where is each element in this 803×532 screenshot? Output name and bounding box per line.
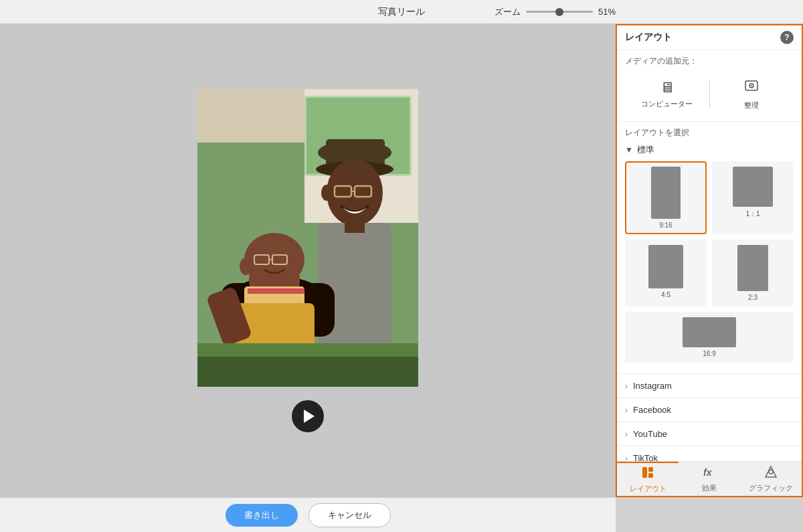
platform-tiktok[interactable]: › TikTok [617, 446, 802, 461]
computer-icon: 🖥 [660, 79, 675, 96]
standard-section: ▼ 標準 9:16 1：1 4:5 [617, 141, 802, 373]
ratio-label-916: 9:16 [659, 221, 672, 229]
layout-grid-wide: 16:9 [625, 312, 794, 363]
zoom-percent: 51% [598, 7, 616, 17]
ratio-label-45: 4:5 [661, 291, 671, 298]
ratio-label-11: 1：1 [745, 209, 760, 219]
layout-tab-icon [641, 466, 654, 482]
tab-layout-label: レイアウト [630, 484, 666, 494]
thumb-916 [651, 167, 681, 219]
play-button[interactable] [292, 400, 324, 432]
right-panel: レイアウト ? メディアの追加元： 🖥 コンピューター [616, 24, 803, 497]
svg-marker-36 [766, 466, 776, 477]
layout-item-916[interactable]: 9:16 [625, 161, 707, 234]
platform-arrow-icon: › [625, 381, 628, 391]
svg-rect-14 [345, 219, 365, 233]
standard-label: 標準 [637, 144, 654, 156]
platform-list: › Instagram › Facebook › YouTube › TikTo… [617, 373, 802, 461]
svg-point-37 [769, 470, 773, 474]
platform-arrow-icon: › [625, 454, 628, 462]
organize-icon [743, 78, 760, 98]
media-source-label: メディアの追加元： [625, 56, 794, 67]
zoom-label: ズーム [495, 6, 521, 18]
ratio-label-23: 2:3 [748, 294, 757, 301]
platform-youtube[interactable]: › YouTube [617, 422, 802, 446]
page-title: 写真リール [378, 6, 425, 18]
layout-item-45[interactable]: 4:5 [625, 240, 707, 306]
thumb-23 [737, 245, 768, 291]
thumb-169 [683, 317, 736, 347]
export-button[interactable]: 書き出し [226, 504, 298, 527]
organize-button[interactable]: 整理 [710, 72, 794, 116]
section-header: ▼ 標準 [625, 144, 794, 156]
platform-instagram[interactable]: › Instagram [617, 373, 802, 397]
tab-effects-label: 効果 [702, 483, 717, 493]
panel-title: レイアウト [625, 31, 672, 43]
zoom-thumb[interactable] [555, 8, 563, 16]
panel-header: レイアウト ? [617, 25, 802, 50]
photo-preview [197, 89, 418, 387]
svg-rect-33 [648, 467, 653, 472]
layout-select-label: レイアウトを選択 [617, 122, 802, 141]
svg-point-31 [751, 85, 752, 86]
svg-rect-34 [648, 473, 653, 478]
graphics-tab-icon [764, 465, 778, 482]
tab-effects[interactable]: fx 効果 [679, 462, 740, 496]
platform-label: Facebook [633, 405, 671, 415]
platform-arrow-icon: › [625, 430, 628, 439]
canvas-area [0, 24, 616, 497]
section-collapse-icon[interactable]: ▼ [625, 145, 633, 155]
computer-label: コンピューター [641, 99, 693, 109]
svg-rect-28 [197, 357, 418, 387]
svg-point-9 [321, 185, 332, 201]
computer-button[interactable]: 🖥 コンピューター [625, 74, 709, 114]
platform-facebook[interactable]: › Facebook [617, 397, 802, 422]
effects-tab-icon: fx [703, 465, 716, 482]
platform-label: TikTok [633, 453, 658, 461]
svg-rect-32 [642, 467, 647, 478]
zoom-slider[interactable] [526, 11, 593, 13]
thumb-45 [648, 245, 683, 288]
svg-point-18 [244, 233, 304, 286]
tab-graphics[interactable]: グラフィック [740, 462, 802, 496]
tab-graphics-label: グラフィック [749, 483, 793, 493]
tab-layout[interactable]: レイアウト [617, 462, 679, 496]
cancel-button[interactable]: キャンセル [308, 503, 391, 527]
play-icon [304, 410, 315, 423]
svg-text:fx: fx [703, 467, 713, 478]
layout-item-169[interactable]: 16:9 [625, 312, 794, 363]
svg-point-19 [240, 258, 252, 275]
zoom-control: ズーム 51% [495, 6, 616, 18]
platform-label: Instagram [633, 381, 672, 391]
media-source-section: メディアの追加元： 🖥 コンピューター [617, 50, 802, 122]
top-bar: 写真リール ズーム 51% [0, 0, 803, 24]
layout-item-23[interactable]: 2:3 [712, 240, 794, 306]
ratio-label-169: 16:9 [703, 350, 715, 357]
help-icon[interactable]: ? [780, 31, 794, 44]
platform-label: YouTube [633, 429, 667, 439]
media-source-buttons: 🖥 コンピューター 整理 [625, 72, 794, 116]
layout-grid: 9:16 1：1 4:5 2:3 [625, 161, 794, 306]
main-area: レイアウト ? メディアの追加元： 🖥 コンピューター [0, 24, 803, 497]
platform-arrow-icon: › [625, 406, 628, 415]
tab-bar: レイアウト fx 効果 グラフィック [617, 461, 802, 496]
thumb-11 [733, 167, 773, 207]
layout-item-11[interactable]: 1：1 [712, 161, 794, 234]
bottom-bar: 書き出し キャンセル [0, 497, 616, 532]
svg-rect-24 [248, 288, 304, 294]
organize-label: 整理 [744, 100, 759, 110]
photo-container [197, 89, 418, 387]
